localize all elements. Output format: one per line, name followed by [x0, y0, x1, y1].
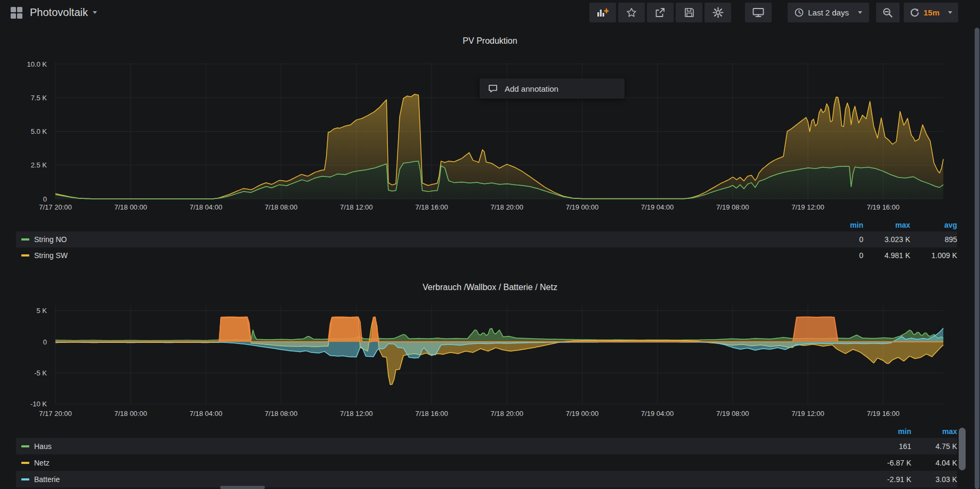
legend-header-min[interactable]: min [865, 427, 911, 436]
svg-text:7/18 00:00: 7/18 00:00 [114, 203, 147, 211]
refresh-interval-label: 15m [924, 8, 939, 17]
horizontal-scrollbar-thumb[interactable] [220, 486, 265, 489]
svg-text:5 K: 5 K [36, 307, 47, 315]
svg-text:7/19 16:00: 7/19 16:00 [866, 410, 899, 418]
series-color-swatch [21, 238, 29, 241]
legend-header-avg[interactable]: avg [910, 221, 957, 229]
time-range-picker[interactable]: Last 2 days [788, 3, 869, 22]
monitor-icon [752, 7, 764, 18]
svg-text:7/18 20:00: 7/18 20:00 [490, 410, 523, 418]
legend-min-value: -2.91 K [865, 475, 911, 484]
save-icon [684, 7, 694, 18]
series-color-swatch [21, 478, 29, 480]
svg-text:7/19 12:00: 7/19 12:00 [791, 410, 824, 418]
series-color-swatch [21, 445, 29, 447]
legend-header-row: min max avg [16, 219, 957, 231]
legend-max-value: 4.04 K [911, 459, 957, 467]
legend-max-value: 3.023 K [863, 235, 910, 244]
navbar: Photovoltaik [0, 0, 980, 25]
pv-produktion-chart[interactable]: 10.0 K7.5 K5.0 K2.5 K07/17 20:007/18 00:… [0, 48, 980, 219]
comment-bubble-icon [488, 84, 498, 93]
dashboard-title: Photovoltaik [30, 6, 88, 19]
verbrauch-chart[interactable]: 5 K0-5 K-10 K7/17 20:007/18 00:007/18 04… [0, 298, 980, 423]
legend-min-value: 161 [865, 442, 911, 451]
panel-title-verbrauch[interactable]: Verbrauch /Wallbox / Batterie / Netz [0, 283, 980, 292]
svg-text:7/19 04:00: 7/19 04:00 [641, 203, 674, 211]
legend-header-row: min max [16, 425, 957, 438]
legend-min-value: -6.87 K [865, 459, 911, 467]
clock-icon [795, 8, 804, 17]
series-label[interactable]: Haus [34, 442, 52, 451]
legend-verbrauch: min max Haus 161 4.75 K Netz -6.87 K 4.0… [16, 425, 957, 487]
star-button[interactable] [618, 3, 645, 22]
legend-scrollbar-thumb[interactable] [959, 428, 966, 470]
series-label[interactable]: String SW [34, 251, 68, 260]
svg-text:0: 0 [43, 195, 47, 203]
legend-pv-produktion: min max avg String NO 0 3.023 K 895 Stri… [16, 219, 957, 263]
legend-max-value: 4.981 K [863, 251, 910, 260]
svg-text:7/19 04:00: 7/19 04:00 [641, 410, 674, 418]
svg-text:7/18 04:00: 7/18 04:00 [190, 203, 222, 211]
zoom-out-icon [882, 7, 893, 18]
legend-avg-value: 1.009 K [910, 251, 957, 260]
svg-text:7/18 04:00: 7/18 04:00 [190, 410, 222, 418]
legend-min-value: 0 [816, 235, 863, 244]
zoom-out-button[interactable] [876, 3, 900, 22]
legend-header-max[interactable]: max [911, 427, 957, 436]
caret-down-icon [858, 11, 862, 14]
legend-max-value: 4.75 K [911, 442, 957, 451]
dashboard-title-dropdown[interactable]: Photovoltaik [10, 3, 97, 22]
share-button[interactable] [647, 3, 674, 22]
legend-row-haus[interactable]: Haus 161 4.75 K [16, 438, 957, 454]
svg-text:7/19 12:00: 7/19 12:00 [791, 203, 824, 211]
add-annotation-menu-item[interactable]: Add annotation [480, 78, 625, 99]
svg-text:-5 K: -5 K [34, 369, 47, 377]
page-scrollbar-thumb[interactable] [975, 28, 979, 489]
svg-text:7/18 00:00: 7/18 00:00 [114, 410, 147, 418]
series-label[interactable]: String NO [34, 235, 67, 244]
apps-grid-icon [10, 6, 23, 19]
svg-text:7/17 20:00: 7/17 20:00 [39, 203, 71, 211]
legend-avg-value: 895 [910, 235, 957, 244]
settings-button[interactable] [704, 3, 731, 22]
refresh-icon [910, 8, 920, 18]
svg-text:0: 0 [43, 338, 47, 346]
series-label[interactable]: Batterie [34, 475, 60, 484]
svg-text:7/18 16:00: 7/18 16:00 [415, 203, 448, 211]
toolbar: Last 2 days 15m [589, 3, 958, 22]
cycle-view-button[interactable] [745, 3, 772, 22]
svg-text:10.0 K: 10.0 K [27, 60, 47, 68]
legend-row-batterie[interactable]: Batterie -2.91 K 3.03 K [16, 471, 957, 487]
legend-header-min[interactable]: min [816, 221, 863, 229]
gear-icon [712, 7, 724, 18]
save-button[interactable] [676, 3, 702, 22]
svg-text:-10 K: -10 K [30, 400, 47, 408]
svg-text:5.0 K: 5.0 K [31, 127, 47, 135]
svg-text:7/19 08:00: 7/19 08:00 [716, 203, 749, 211]
legend-min-value: 0 [816, 251, 863, 260]
series-color-swatch [21, 462, 29, 464]
svg-text:7/18 12:00: 7/18 12:00 [340, 203, 372, 211]
legend-row-string-no[interactable]: String NO 0 3.023 K 895 [16, 231, 957, 247]
svg-text:7/19 08:00: 7/19 08:00 [716, 410, 749, 418]
svg-text:7/18 20:00: 7/18 20:00 [490, 203, 523, 211]
svg-text:7/18 12:00: 7/18 12:00 [340, 410, 372, 418]
star-icon [626, 7, 637, 18]
add-panel-button[interactable] [589, 3, 616, 22]
svg-text:7/17 20:00: 7/17 20:00 [39, 410, 71, 418]
grafana-dashboard: Photovoltaik [0, 0, 980, 489]
legend-row-string-sw[interactable]: String SW 0 4.981 K 1.009 K [16, 247, 957, 263]
svg-text:7/19 00:00: 7/19 00:00 [566, 203, 598, 211]
panel-title-pv-produktion[interactable]: PV Produktion [0, 36, 980, 46]
series-label[interactable]: Netz [34, 459, 50, 467]
svg-text:7.5 K: 7.5 K [31, 94, 47, 102]
svg-text:7/19 16:00: 7/19 16:00 [866, 203, 899, 211]
series-color-swatch [21, 254, 29, 256]
legend-header-max[interactable]: max [863, 221, 910, 229]
svg-text:7/18 08:00: 7/18 08:00 [265, 203, 297, 211]
svg-text:2.5 K: 2.5 K [31, 161, 47, 169]
refresh-button[interactable]: 15m [904, 3, 958, 22]
add-annotation-label: Add annotation [505, 84, 558, 93]
share-icon [655, 7, 666, 18]
legend-row-netz[interactable]: Netz -6.87 K 4.04 K [16, 454, 957, 471]
